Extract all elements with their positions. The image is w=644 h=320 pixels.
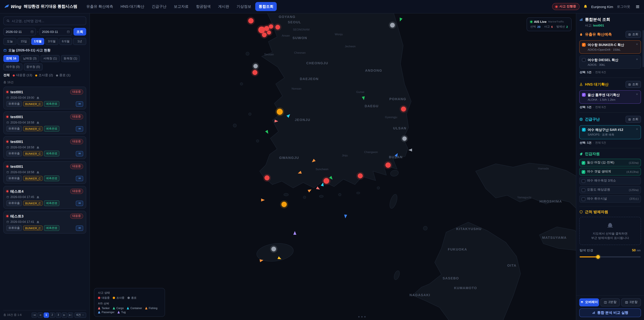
ship-marker[interactable] (344, 214, 347, 218)
ship-marker[interactable] (274, 120, 278, 123)
date-from-input[interactable]: 2026-02-11 (3, 28, 36, 36)
ship-marker[interactable] (316, 186, 321, 191)
status-filter[interactable]: 전체 (3, 73, 10, 78)
nav-item[interactable]: 기상정보 (233, 2, 255, 11)
incident-marker[interactable] (267, 31, 271, 35)
ship-marker[interactable] (394, 152, 399, 157)
incident-card[interactable]: test001대응중2026-03-04 18:58유류유출BUNKER_C예측… (3, 136, 86, 159)
ship-marker[interactable] (286, 113, 291, 118)
run-analysis-button[interactable]: 통합 분석 비교 실행 (579, 308, 641, 317)
resource-item[interactable]: 여수 해수욕장 3개소 (579, 177, 641, 185)
incident-map-button[interactable] (76, 101, 83, 107)
close-icon[interactable]: × (636, 128, 638, 131)
view-mode-button[interactable]: 3분할 (621, 298, 641, 306)
incident-marker[interactable] (262, 33, 267, 37)
ship-marker[interactable] (261, 198, 265, 201)
checkbox[interactable] (582, 197, 585, 201)
date-search-button[interactable]: 조회 (74, 28, 86, 36)
incident-list[interactable]: test001대응중2026-03-04 19:00유류유출BUNKER_C예측… (3, 87, 86, 310)
status-filter[interactable]: 대응중 (13) (13, 73, 32, 78)
resource-item[interactable]: ✓여수 갯벌 생태계(4,813ha) (579, 168, 641, 176)
range-button[interactable]: 3개월 (45, 38, 58, 45)
incident-marker[interactable] (402, 136, 407, 141)
status-filter[interactable]: 조사중 (2) (35, 73, 53, 78)
incident-card[interactable]: test001대응중2026-03-04 18:58유류유출BUNKER_C예측… (3, 111, 86, 134)
incident-marker[interactable] (324, 178, 329, 184)
nav-item[interactable]: 항공탐색 (193, 2, 214, 11)
ship-marker[interactable] (408, 149, 412, 152)
slider-knob[interactable] (596, 255, 600, 259)
resource-item[interactable]: 여수 취수시설(3개소) (579, 195, 641, 203)
nav-item[interactable]: 유출유 확산예측 (83, 2, 116, 11)
panel-scroll[interactable]: 통합분석 조회 사고: test001 유출유 확산예측조회✓여수항 BUNKE… (576, 14, 644, 295)
checkbox[interactable] (582, 58, 586, 62)
region-filter-button[interactable]: 중부청 (0) (24, 64, 42, 71)
view-mode-button[interactable]: 오버레이 (579, 298, 599, 306)
bell-icon[interactable] (583, 4, 588, 9)
menu-icon[interactable] (635, 4, 640, 9)
range-button[interactable]: 6개월 (59, 38, 72, 45)
range-button[interactable]: 1개월 (31, 38, 44, 45)
view-mode-button[interactable]: 2분할 (600, 298, 620, 306)
incident-marker[interactable] (282, 202, 287, 207)
ship-marker[interactable] (308, 188, 312, 193)
pagination-page-button[interactable]: 3 (56, 312, 61, 318)
date-to-input[interactable]: 2026-03-11 (40, 28, 72, 36)
incident-map-button[interactable] (76, 151, 83, 156)
incident-map-button[interactable] (76, 176, 83, 181)
incident-marker[interactable] (390, 23, 395, 28)
region-filter-button[interactable]: 동해청 (1) (61, 55, 80, 62)
close-icon[interactable]: × (636, 93, 638, 96)
incident-marker[interactable] (254, 64, 258, 68)
incident-active-badge[interactable]: 사고 진행중 (552, 3, 580, 10)
checkbox[interactable]: ✓ (582, 128, 586, 132)
status-filter[interactable]: 종료 (1) (56, 73, 70, 78)
analysis-item-card[interactable]: ✓울산 톨루엔 대기확산ALOHA · 1.5t/h 1.2km× (579, 90, 641, 104)
incident-marker[interactable] (264, 175, 270, 180)
incident-card[interactable]: test001대응중2026-03-04 19:00유류유출BUNKER_C예측… (3, 87, 86, 109)
region-filter-button[interactable]: 서해청 (1) (40, 55, 60, 62)
analysis-item-card[interactable]: 여수항 DIESEL 확산ADIOS · 30kL× (579, 55, 641, 69)
analysis-item-card[interactable]: ✓여수 해상구난 SAR #12SAROPS · 표류 예측× (579, 125, 641, 139)
nav-item[interactable]: 보고자료 (170, 2, 192, 11)
checkbox[interactable]: ✓ (582, 161, 585, 165)
incident-marker[interactable] (248, 18, 254, 24)
checkbox[interactable]: ✓ (582, 170, 585, 174)
search-box[interactable] (3, 17, 86, 25)
checkbox[interactable] (582, 179, 585, 183)
incident-map-button[interactable] (76, 200, 83, 206)
region-filter-button[interactable]: 전체 16 (3, 55, 19, 62)
pagination-nav-button[interactable]: |◀ (32, 312, 37, 318)
section-query-button[interactable]: 조회 (626, 31, 641, 38)
checkbox[interactable]: ✓ (582, 93, 586, 97)
incident-map-button[interactable] (76, 225, 83, 231)
incident-marker[interactable] (264, 26, 269, 31)
panel-scrollbar[interactable] (643, 30, 644, 67)
incident-map-button[interactable] (76, 126, 83, 131)
incident-marker[interactable] (386, 162, 391, 168)
pagination-nav-button[interactable]: ▶| (68, 312, 73, 318)
ship-marker[interactable] (265, 130, 270, 135)
radius-slider[interactable] (580, 254, 641, 259)
incident-marker[interactable] (252, 70, 258, 75)
pagination-nav-button[interactable]: ▶ (62, 312, 67, 318)
ship-marker[interactable] (398, 18, 402, 22)
checkbox[interactable]: ✓ (582, 43, 586, 47)
ship-marker[interactable] (260, 259, 264, 262)
nav-item[interactable]: HNS·대기확산 (117, 2, 148, 11)
incident-marker[interactable] (277, 109, 283, 115)
incident-card[interactable]: 테스트4대응중2026-03-04 17:45유류유출BUNKER_C예측완료 (3, 186, 86, 209)
incident-marker[interactable] (271, 247, 276, 251)
region-filter-button[interactable]: 제주청 (0) (3, 64, 22, 71)
incident-card[interactable]: test001대응중2026-03-04 18:58유류유출BUNKER_C예측… (3, 161, 86, 184)
resource-item[interactable]: 오동도 해상공원(125ha) (579, 186, 641, 194)
nav-item[interactable]: 게시판 (215, 2, 232, 11)
pagination-page-button[interactable]: 1 (44, 312, 49, 318)
region-filter-button[interactable]: 남해청 (3) (20, 55, 39, 62)
incident-marker[interactable] (269, 24, 273, 29)
incident-marker[interactable] (401, 107, 406, 112)
ship-marker[interactable] (311, 159, 316, 163)
ship-marker[interactable] (297, 171, 302, 175)
nav-item[interactable]: 통합조회 (256, 2, 277, 11)
ship-marker[interactable] (293, 231, 296, 235)
